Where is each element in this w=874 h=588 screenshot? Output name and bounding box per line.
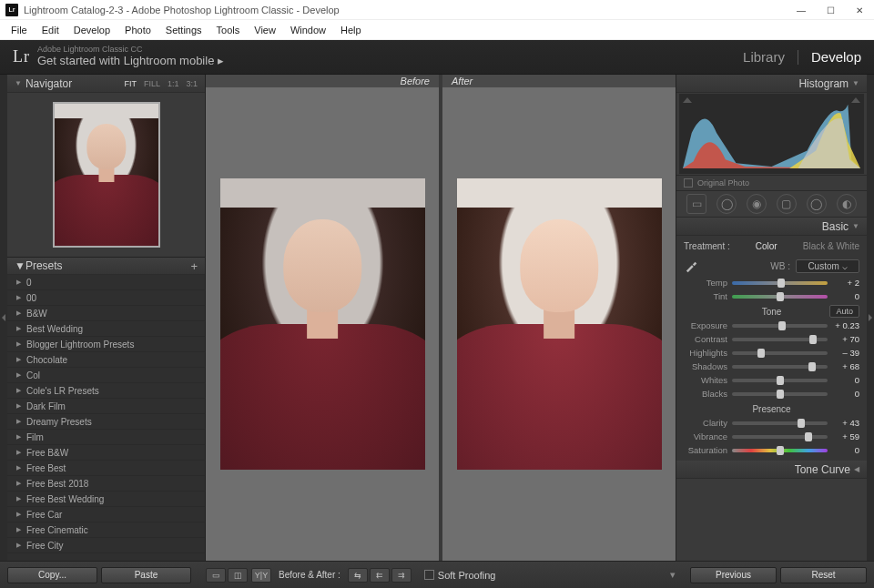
menu-settings[interactable]: Settings <box>158 23 209 37</box>
previous-button[interactable]: Previous <box>690 567 777 583</box>
preset-folder[interactable]: ▶Free Best <box>7 461 205 476</box>
wb-dropdown[interactable]: Custom ⌵ <box>796 259 859 273</box>
preset-folder[interactable]: ▶Col <box>7 368 205 383</box>
slider-thumb[interactable] <box>808 362 816 371</box>
slider-thumb[interactable] <box>777 279 785 288</box>
basic-header[interactable]: Basic ▼ <box>676 218 867 236</box>
highlights-slider[interactable]: Highlights– 39 <box>684 346 859 360</box>
navigator-header[interactable]: ▼ Navigator FITFILL1:13:1 <box>7 75 205 93</box>
preset-folder[interactable]: ▶Blogger Lightroom Presets <box>7 337 205 352</box>
treatment-color[interactable]: Color <box>756 241 777 251</box>
preset-folder[interactable]: ▶Dark Film <box>7 399 205 414</box>
vibrance-track[interactable] <box>732 435 828 439</box>
preset-folder[interactable]: ▶Dreamy Presets <box>7 414 205 430</box>
saturation-slider[interactable]: Saturation0 <box>684 443 859 457</box>
module-develop[interactable]: Develop <box>811 49 861 65</box>
preset-folder[interactable]: ▶Free Car <box>7 507 205 522</box>
preset-folder[interactable]: ▶Free City <box>7 538 205 553</box>
preset-folder[interactable]: ▶Cole's LR Presets <box>7 383 205 399</box>
module-library[interactable]: Library <box>743 49 785 65</box>
redeye-tool[interactable]: ◉ <box>747 194 767 214</box>
navigator-thumbnail[interactable] <box>53 102 160 248</box>
preset-folder[interactable]: ▶B&W <box>7 306 205 321</box>
mobile-link[interactable]: Get started with Lightroom mobile ▸ <box>37 55 224 67</box>
auto-button[interactable]: Auto <box>829 305 859 318</box>
treatment-bw[interactable]: Black & White <box>803 241 859 251</box>
preset-folder[interactable]: ▶Film <box>7 430 205 445</box>
tint-slider[interactable]: Tint0 <box>684 289 859 303</box>
histogram-header[interactable]: Histogram ▼ <box>676 75 867 93</box>
highlight-clip-icon[interactable] <box>851 97 860 103</box>
slider-thumb[interactable] <box>809 335 817 344</box>
checkbox-icon[interactable] <box>684 178 693 188</box>
nav-mode-fill[interactable]: FILL <box>144 79 160 88</box>
preset-folder[interactable]: ▶Chocolate <box>7 352 205 368</box>
whites-slider[interactable]: Whites0 <box>684 373 859 387</box>
after-image-area[interactable] <box>442 87 676 561</box>
preset-folder[interactable]: ▶Free B&W <box>7 445 205 461</box>
slider-thumb[interactable] <box>777 292 784 301</box>
blacks-slider[interactable]: Blacks0 <box>684 387 859 400</box>
copy-after-button[interactable]: ⇉ <box>391 568 412 583</box>
grad-tool[interactable]: ▢ <box>777 194 797 214</box>
copy-before-button[interactable]: ⇇ <box>370 568 390 583</box>
menu-file[interactable]: File <box>4 23 35 37</box>
loupe-view-button[interactable]: ▭ <box>206 568 226 583</box>
slider-thumb[interactable] <box>777 446 784 455</box>
preset-folder[interactable]: ▶Free Best 2018 <box>7 476 205 492</box>
slider-thumb[interactable] <box>778 321 786 330</box>
saturation-track[interactable] <box>732 449 828 452</box>
menu-window[interactable]: Window <box>283 23 333 37</box>
crop-tool[interactable]: ▭ <box>686 194 706 214</box>
menu-view[interactable]: View <box>247 23 283 37</box>
nav-mode-fit[interactable]: FIT <box>124 79 137 88</box>
temp-slider[interactable]: Temp+ 2 <box>684 276 859 289</box>
checkbox-icon[interactable] <box>424 570 434 580</box>
soft-proofing-toggle[interactable]: Soft Proofing <box>424 570 496 581</box>
toolbar-menu-icon[interactable]: ▾ <box>670 569 676 581</box>
close-button[interactable]: ✕ <box>845 0 874 20</box>
temp-track[interactable] <box>732 281 828 285</box>
preset-folder[interactable]: ▶Best Wedding <box>7 321 205 337</box>
radial-tool[interactable]: ◯ <box>807 194 827 214</box>
contrast-slider[interactable]: Contrast+ 70 <box>684 332 859 346</box>
nav-mode-31[interactable]: 3:1 <box>186 79 198 88</box>
menu-tools[interactable]: Tools <box>209 23 248 37</box>
preset-folder[interactable]: ▶Free Best Wedding <box>7 492 205 507</box>
menu-photo[interactable]: Photo <box>117 23 158 37</box>
histogram[interactable] <box>679 94 864 174</box>
reset-button[interactable]: Reset <box>780 567 867 583</box>
clarity-track[interactable] <box>732 421 828 425</box>
slider-thumb[interactable] <box>777 390 784 399</box>
original-photo-toggle[interactable]: Original Photo <box>676 175 867 190</box>
presets-header[interactable]: ▼ Presets + <box>7 257 205 275</box>
shadows-track[interactable] <box>732 365 828 369</box>
preset-folder[interactable]: ▶Free Cinematic <box>7 522 205 538</box>
menu-edit[interactable]: Edit <box>35 23 66 37</box>
right-edge-grip[interactable] <box>867 75 874 561</box>
preset-folder[interactable]: ▶0 <box>7 275 205 290</box>
spot-tool[interactable]: ◯ <box>716 194 737 214</box>
slider-thumb[interactable] <box>805 432 812 441</box>
nav-mode-11[interactable]: 1:1 <box>168 79 179 88</box>
blacks-track[interactable] <box>732 392 828 396</box>
before-image-area[interactable] <box>206 87 439 561</box>
preset-folder[interactable]: ▶00 <box>7 290 205 306</box>
menu-develop[interactable]: Develop <box>66 23 117 37</box>
before-after-lr-button[interactable]: Y|Y <box>251 568 271 583</box>
exposure-track[interactable] <box>732 324 828 328</box>
maximize-button[interactable]: ☐ <box>816 0 845 20</box>
contrast-track[interactable] <box>732 338 828 341</box>
compare-view-button[interactable]: ◫ <box>228 568 248 583</box>
left-edge-grip[interactable] <box>0 75 7 561</box>
slider-thumb[interactable] <box>777 376 784 385</box>
shadow-clip-icon[interactable] <box>683 97 692 103</box>
slider-thumb[interactable] <box>798 419 805 428</box>
minimize-button[interactable]: — <box>787 0 816 20</box>
exposure-slider[interactable]: Exposure+ 0.23 <box>684 319 859 332</box>
highlights-track[interactable] <box>732 351 828 355</box>
tint-track[interactable] <box>732 295 828 299</box>
swap-button[interactable]: ⇆ <box>348 568 368 583</box>
menu-help[interactable]: Help <box>333 23 369 37</box>
brush-tool[interactable]: ◐ <box>837 194 857 214</box>
